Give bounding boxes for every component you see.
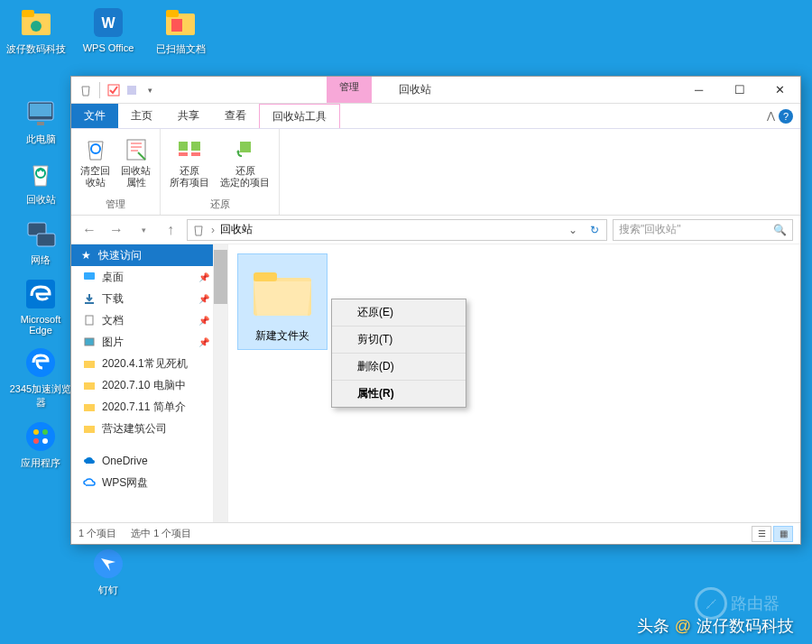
address-location: 回收站 — [220, 222, 253, 237]
dingtalk-icon[interactable]: 钉钉 — [77, 546, 140, 597]
pictures-icon — [82, 335, 97, 349]
tab-home[interactable]: 主页 — [118, 104, 165, 128]
nav-folder-3[interactable]: 2020.7.11 简单介 — [71, 396, 213, 418]
recent-dropdown[interactable]: ▾ — [133, 219, 154, 241]
svg-point-15 — [26, 348, 55, 377]
ribbon-tabs: 文件 主页 共享 查看 回收站工具 ⋀ ? — [71, 104, 800, 129]
nav-scrollbar[interactable] — [214, 244, 228, 522]
svg-rect-26 — [179, 142, 188, 151]
desktop-top-row: 波仔数码科技 W WPS Office 已扫描文档 — [5, 5, 212, 56]
svg-point-18 — [42, 429, 48, 435]
contextual-tab-header: 管理 — [327, 77, 372, 103]
ribbon-collapse-icon[interactable]: ⋀ — [767, 110, 775, 122]
recycle-bin-properties-button[interactable]: 回收站 属性 — [115, 133, 156, 192]
refresh-button[interactable]: ↻ — [586, 224, 603, 236]
pin-icon: 📌 — [198, 294, 209, 304]
nav-onedrive[interactable]: OneDrive — [71, 450, 213, 472]
qat-checkbox-icon[interactable] — [106, 83, 121, 97]
nav-documents[interactable]: 文档 📌 — [71, 309, 213, 331]
view-toggles: ☰ ▦ — [752, 526, 793, 542]
forward-button[interactable]: → — [106, 219, 127, 241]
recycle-bin-address-icon — [191, 223, 206, 237]
file-item-new-folder[interactable]: 新建文件夹 — [237, 253, 328, 350]
network-icon[interactable]: 网络 — [9, 216, 72, 267]
wps-cloud-icon — [82, 475, 97, 490]
star-icon: ★ — [78, 248, 93, 262]
svg-rect-27 — [191, 142, 200, 151]
nav-desktop[interactable]: 桌面 📌 — [71, 266, 213, 288]
ribbon-group-restore: 还原 所有项目 还原 选定的项目 还原 — [161, 129, 280, 215]
address-dropdown-icon[interactable]: ⌄ — [565, 224, 581, 236]
ctx-delete[interactable]: 删除(D) — [332, 354, 466, 381]
onedrive-icon — [82, 454, 97, 468]
edge-icon[interactable]: Microsoft Edge — [9, 276, 72, 336]
help-icon[interactable]: ? — [779, 109, 793, 124]
context-menu: 还原(E) 剪切(T) 删除(D) 属性(R) — [331, 299, 466, 408]
svg-rect-23 — [127, 86, 136, 95]
apps-icon[interactable]: 应用程序 — [9, 419, 72, 470]
ctx-properties[interactable]: 属性(R) — [332, 381, 466, 407]
svg-rect-13 — [37, 234, 55, 246]
tab-view[interactable]: 查看 — [212, 104, 259, 128]
view-details-button[interactable]: ☰ — [752, 526, 771, 542]
explorer-window: ▾ 管理 回收站 ─ ☐ ✕ 文件 主页 共享 查看 回收站工具 ⋀ ? 清空回… — [70, 76, 801, 545]
svg-point-2 — [31, 21, 42, 32]
documents-icon — [82, 313, 97, 327]
desktop-icon — [82, 270, 97, 284]
tab-recycle-tools[interactable]: 回收站工具 — [259, 104, 340, 128]
svg-rect-35 — [84, 382, 95, 390]
nav-pictures[interactable]: 图片 📌 — [71, 331, 213, 353]
content-area[interactable]: 新建文件夹 还原(E) 剪切(T) 删除(D) 属性(R) — [228, 244, 800, 522]
tab-file[interactable]: 文件 — [71, 104, 118, 128]
ctx-cut[interactable]: 剪切(T) — [332, 327, 466, 354]
svg-rect-9 — [30, 104, 51, 116]
window-controls: ─ ☐ ✕ — [678, 77, 800, 103]
nav-folder-2[interactable]: 2020.7.10 电脑中 — [71, 374, 213, 396]
svg-rect-34 — [84, 361, 95, 368]
status-count: 1 个项目 — [78, 527, 116, 540]
back-button[interactable]: ← — [78, 219, 100, 241]
svg-point-17 — [33, 429, 39, 435]
svg-rect-29 — [191, 152, 200, 156]
restore-selected-button[interactable]: 还原 选定的项目 — [215, 133, 275, 192]
this-pc-icon[interactable]: 此电脑 — [9, 95, 72, 146]
wps-office-icon[interactable]: W WPS Office — [77, 5, 140, 56]
nav-folder-1[interactable]: 2020.4.1常见死机 — [71, 353, 213, 374]
qat-properties-icon[interactable] — [125, 83, 139, 97]
navigation-pane: ★ 快速访问 桌面 📌 下载 📌 文档 📌 图片 📌 — [71, 244, 214, 522]
recycle-bin-small-icon — [78, 83, 93, 97]
watermark-text: 头条 @ 波仔数码科技 — [637, 615, 794, 637]
ribbon-help: ⋀ ? — [767, 104, 800, 128]
up-button[interactable]: ↑ — [160, 219, 181, 241]
scanned-docs-icon[interactable]: 已扫描文档 — [149, 5, 212, 56]
svg-rect-6 — [166, 10, 179, 17]
status-selection: 选中 1 个项目 — [131, 527, 191, 540]
tab-share[interactable]: 共享 — [165, 104, 212, 128]
maximize-button[interactable]: ☐ — [719, 77, 760, 103]
svg-rect-7 — [171, 19, 182, 32]
close-button[interactable]: ✕ — [760, 77, 800, 103]
qat-dropdown-icon[interactable]: ▾ — [143, 83, 157, 97]
svg-rect-10 — [37, 122, 44, 125]
svg-point-19 — [33, 438, 39, 444]
svg-rect-36 — [84, 404, 95, 411]
folder-large-icon — [250, 260, 315, 325]
nav-wps-drive[interactable]: WPS网盘 — [71, 472, 213, 493]
nav-folder-4[interactable]: 营达建筑公司 — [71, 418, 213, 439]
nav-quick-access[interactable]: ★ 快速访问 — [71, 244, 213, 266]
address-box[interactable]: › 回收站 ⌄ ↻ — [187, 219, 607, 241]
search-icon: 🔍 — [773, 224, 787, 236]
svg-rect-39 — [254, 272, 277, 281]
search-box[interactable]: 搜索"回收站" 🔍 — [613, 219, 793, 241]
recycle-bin-icon[interactable]: 回收站 — [9, 155, 72, 207]
svg-rect-32 — [86, 316, 93, 325]
minimize-button[interactable]: ─ — [678, 77, 719, 103]
user-folder-icon[interactable]: 波仔数码科技 — [5, 5, 68, 56]
nav-downloads[interactable]: 下载 📌 — [71, 288, 213, 309]
svg-rect-31 — [84, 272, 95, 280]
view-icons-button[interactable]: ▦ — [773, 526, 793, 542]
empty-recycle-bin-button[interactable]: 清空回 收站 — [75, 133, 115, 192]
restore-all-button[interactable]: 还原 所有项目 — [164, 133, 215, 192]
browser-2345-icon[interactable]: 2345加速浏览器 — [9, 345, 72, 409]
ctx-restore[interactable]: 还原(E) — [332, 299, 466, 327]
